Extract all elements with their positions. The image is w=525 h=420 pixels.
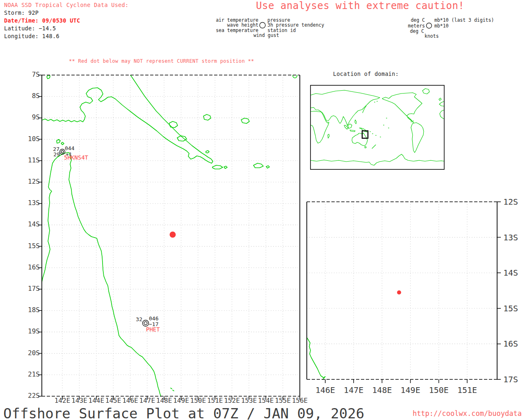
lat-tick-label: 10S [28,136,40,143]
storm-position-dot [170,232,176,238]
zoom-lon-tick-label: 146E [315,386,335,395]
zoom-lon-tick-label: 150E [429,386,449,395]
key-wave-height-label: wave height [227,23,258,27]
source-url[interactable]: http://coolwx.com/buoydata [413,410,522,418]
lat-tick-label: 11S [28,157,40,164]
lat-tick-label: 12S [28,178,40,185]
zoom-lat-tick-label: 16S [503,340,518,348]
lon-tick-label: 155E [275,397,291,404]
legend-station-circle-left [260,23,265,28]
key-tendency-label: 3h pressure tendency [267,23,324,27]
zoom-lat-tick-label: 17S [503,375,518,384]
lat-tick-label: 7S [32,71,40,78]
lon-tick-label: 147E [139,397,155,404]
station-pressure: 044 [65,146,74,151]
lon-tick-label: 153E [241,397,257,404]
key-air-temp-unit: deg C [411,18,425,23]
lon-tick-label: 152E [224,397,240,404]
zoom-inset-gridlines [307,202,497,379]
station-pressure: 046 [149,316,158,322]
key-station-id-label: station id [267,28,296,33]
offshore-surface-plot-page: NOAA SSD Tropical Cyclone Data Used: Sto… [0,0,525,420]
zoom-lat-tick-label: 15S [503,304,518,313]
station-id: 5HKNS4T [64,155,88,161]
lon-tick-label: 145E [105,397,121,404]
zoom-lat-tick-label: 14S [503,269,518,277]
lat-tick-label: 15S [28,243,40,250]
lon-tick-label: 148E [156,397,172,404]
noaa-source-line: NOAA SSD Tropical Cyclone Data Used: [4,2,128,8]
lon-tick-label: 150E [190,397,206,404]
key-wind-gust-label: wind gust [253,33,279,38]
lon-tick-label: 149E [173,397,189,404]
zoom-lon-tick-label: 148E [372,386,392,395]
station-circle-phet [143,320,149,326]
page-title: Offshore Surface Plot at 07Z / JAN 09, 2… [3,406,364,420]
station-air-temp: 32 [136,317,142,322]
station-circles [60,149,149,326]
domain-inset-title: Location of domain: [333,71,399,77]
zoom-inset-coastline [307,338,325,379]
lat-tick-label: 9S [32,114,40,121]
lon-tick-label: 154E [258,397,274,404]
lat-tick-label: 21S [28,371,40,378]
key-tendency-unit: mb*10 [434,23,449,28]
key-sea-temp-unit: deg C [410,29,424,34]
station-id: PHET [146,326,160,333]
lat-tick-label: 17S [28,285,40,292]
key-wave-height-unit: meters [408,23,425,28]
storm-zoom-inset [307,202,501,383]
storm-datetime: Date/Time: 09/0530 UTC [4,18,80,23]
lon-tick-label: 156E [292,397,308,404]
lon-tick-label: 143E [71,397,87,404]
lat-tick-label: 14S [28,221,40,228]
main-map-ticks [38,75,300,400]
station-wave-height: 29 [53,152,60,158]
lon-tick-label: 151E [207,397,223,404]
lon-tick-label: 142E [55,397,71,404]
world-inset-frame [310,85,444,169]
lat-tick-label: 22S [28,393,40,399]
lat-tick-label: 18S [28,307,40,314]
zoom-lat-tick-label: 13S [503,233,518,242]
lat-tick-label: 19S [28,328,40,335]
storm-position-dot-zoom [397,290,401,294]
zoom-inset-frame-dashed [307,202,497,379]
zoom-lon-tick-label: 147E [344,386,363,395]
zoom-lon-tick-label: 151E [457,386,477,395]
lat-tick-label: 8S [32,93,40,100]
storm-longitude: Longitude: 148.6 [4,33,59,39]
lat-tick-label: 20S [28,350,40,357]
lat-tick-label: 13S [28,200,40,207]
zoom-lat-tick-label: 12S [503,198,518,206]
key-sea-temp-label: sea temperature [216,28,258,33]
warning-note: ** Red dot below may NOT represent CURRE… [69,59,254,64]
zoom-lon-tick-label: 149E [401,386,420,395]
lon-tick-label: 146E [122,397,138,404]
main-map [38,74,300,400]
main-map-coastlines [42,74,297,397]
world-coastlines [310,89,444,165]
domain-location-inset [310,85,444,169]
zoom-inset-ticks [325,202,501,383]
storm-id-line: Storm: 92P [4,10,39,16]
legend-station-circle-right [427,23,432,28]
storm-latitude: Latitude: −14.5 [4,25,56,31]
caution-title: Use analyses with extreme caution! [256,1,464,11]
lat-tick-label: 16S [28,264,40,271]
key-pressure-unit: mb*10 (last 3 digits) [434,18,494,23]
lon-tick-label: 144E [89,397,105,404]
zoom-inset-frame-solid [307,202,497,379]
key-wind-gust-unit: knots [425,34,439,39]
